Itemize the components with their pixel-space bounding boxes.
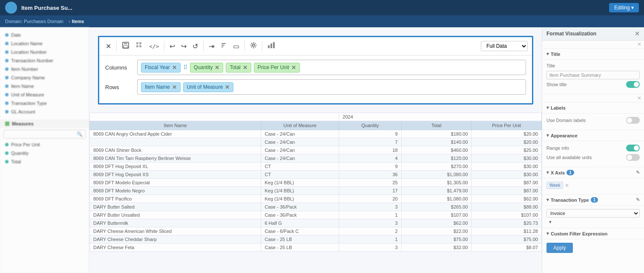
code-button[interactable]: </> (147, 41, 161, 52)
table-row: 8069 DFT Modelo EspecialKeg (1/4 BBL)25$… (90, 179, 542, 187)
transaction-type-section-header[interactable]: ▾ Transaction Type 1 ✎ (542, 195, 644, 206)
appearance-section-header[interactable]: ▾ Appearance (542, 130, 644, 141)
sort-button[interactable] (218, 40, 229, 52)
sidebar-item-gl-account[interactable]: GL Account (0, 107, 89, 116)
sidebar-item-location-name[interactable]: Location Name (0, 39, 89, 48)
sidebar-item-unit-of-measure[interactable]: Unit of Measure (0, 90, 89, 99)
table-cell: Case - 36/Pack (261, 211, 339, 219)
chip-item-name[interactable]: Item Name ✕ (141, 82, 181, 92)
table-cell: $120.00 (401, 154, 472, 163)
sidebar-item-quantity[interactable]: Quantity (0, 149, 89, 157)
settings-button[interactable] (248, 40, 259, 52)
show-title-label: Show title (546, 82, 567, 87)
labels-section-header[interactable]: ▾ Labels (542, 102, 644, 113)
svg-rect-6 (139, 45, 141, 47)
search-box[interactable]: 🔍 (3, 130, 86, 139)
sidebar-item-transaction-type[interactable]: Transaction Type (0, 99, 89, 107)
redo-button[interactable]: ↪ (179, 41, 189, 52)
week-filter-tag[interactable]: Week (546, 182, 563, 189)
chip-unit-of-measure[interactable]: Unit of Measure ✕ (183, 82, 234, 92)
table-cell: $140.00 (401, 138, 472, 146)
right-panel-close-icon[interactable]: ✕ (635, 30, 640, 37)
custom-filter-section-header[interactable]: ▾ Custom Filter Expression (542, 228, 644, 239)
table-row: 8069 CAN Angry Orchard Apple CiderCase -… (90, 130, 542, 138)
sidebar-item-transaction-number[interactable]: Transaction Number (0, 56, 89, 65)
close-button[interactable]: ✕ (104, 41, 113, 52)
edit-button[interactable]: Editing ▾ (609, 3, 639, 12)
table-cell: Case - 24/Can (261, 154, 339, 163)
undo-button[interactable]: ↩ (167, 41, 177, 52)
chip-price-per-unit[interactable]: Price Per Unit ✕ (254, 63, 300, 73)
sidebar-item-company-name[interactable]: Company Name (0, 73, 89, 82)
chip-quantity[interactable]: Quantity ✕ (190, 63, 224, 73)
week-filter-remove-icon[interactable]: ✕ (565, 183, 569, 189)
panel-x-icon-2[interactable]: ✕ (637, 95, 641, 101)
title-section-header[interactable]: ▾ Title (542, 49, 644, 60)
xaxis-edit-icon[interactable]: ✎ (636, 170, 640, 175)
export-button[interactable] (133, 40, 145, 52)
chip-close-total[interactable]: ✕ (243, 64, 247, 71)
save-button[interactable] (120, 40, 132, 52)
chip-close-item-name[interactable]: ✕ (172, 84, 177, 90)
range-info-row: Range info (546, 145, 640, 151)
chip-total[interactable]: Total ✕ (226, 63, 251, 73)
sidebar-label-location-name: Location Name (11, 41, 43, 46)
app-logo (5, 2, 17, 14)
chart-button[interactable] (265, 40, 277, 52)
range-info-toggle[interactable] (626, 145, 640, 151)
window-button[interactable]: ▭ (231, 41, 242, 52)
table-row: 8069 CAN Shiner BockCase - 24/Can18$460.… (90, 146, 542, 154)
rows-label: Rows (105, 84, 133, 90)
table-row: 8069 DFT Modelo NegroKeg (1/4 BBL)17$1,4… (90, 187, 542, 195)
sidebar-item-date[interactable]: Date (0, 31, 89, 39)
toolbar-separator-1 (116, 41, 117, 51)
sidebar-label-price-per-unit: Price Per Unit (11, 142, 40, 147)
chip-close-price-per-unit[interactable]: ✕ (291, 64, 296, 71)
breadcrumb-domain[interactable]: Domain: Purchases Domain (5, 19, 63, 24)
use-domain-labels-toggle[interactable] (626, 117, 640, 124)
sidebar-item-total[interactable]: Total (0, 157, 89, 166)
table-cell: Keg (1/4 BBL) (261, 187, 339, 195)
labels-section-label: Labels (551, 105, 566, 110)
chip-close-fiscal-year[interactable]: ✕ (172, 64, 177, 71)
transaction-type-section: Invoice ▼ (542, 206, 644, 228)
title-label-row: Title (546, 63, 640, 68)
sidebar-item-location-number[interactable]: Location Number (0, 48, 89, 56)
chip-close-quantity[interactable]: ✕ (215, 64, 219, 71)
sidebar-item-item-number[interactable]: Item Number (0, 65, 89, 73)
dot-icon (5, 160, 9, 163)
rows-row: Rows Item Name ✕ Unit of Measure ✕ (105, 79, 526, 95)
appearance-section: Range info Use all available units (542, 141, 644, 167)
data-mode-select[interactable]: Full Data Sample Data (481, 41, 528, 51)
use-available-units-label: Use all available units (546, 155, 592, 160)
expand-icon: ▾ (546, 51, 549, 57)
sidebar-label-date: Date (11, 32, 21, 38)
use-available-units-toggle[interactable] (626, 154, 640, 161)
show-title-toggle[interactable] (626, 81, 640, 88)
sidebar-item-price-per-unit[interactable]: Price Per Unit (0, 140, 89, 149)
dot-icon (5, 50, 9, 54)
sidebar-item-item-name[interactable]: Item Name (0, 82, 89, 90)
dot-icon (5, 93, 9, 96)
chip-close-unit-of-measure[interactable]: ✕ (225, 84, 230, 90)
title-input[interactable] (546, 71, 640, 79)
show-title-row: Show title (546, 81, 640, 88)
table-cell: 3 (339, 203, 401, 211)
refresh-button[interactable]: ↺ (190, 41, 200, 52)
sidebar-label-unit-of-measure: Unit of Measure (11, 92, 44, 97)
xaxis-section-header[interactable]: ▾ X Axis 1 ✎ (542, 167, 644, 178)
transaction-type-edit-icon[interactable]: ✎ (636, 197, 640, 203)
breadcrumb-items[interactable]: Items (72, 19, 84, 24)
title-field-label: Title (546, 63, 555, 68)
transaction-type-select[interactable]: Invoice (546, 209, 640, 218)
columns-fields-box[interactable]: Fiscal Year ✕ ⠿ Quantity ✕ Total ✕ (137, 60, 526, 75)
apply-button[interactable]: Apply (546, 243, 573, 253)
table-cell: $8.07 (472, 244, 542, 252)
chip-fiscal-year[interactable]: Fiscal Year ✕ (141, 63, 181, 73)
panel-x-icon[interactable]: ✕ (637, 41, 641, 47)
drag-handle-icon[interactable]: ⠿ (183, 64, 187, 71)
search-input[interactable] (4, 131, 74, 138)
move-button[interactable]: ⇥ (207, 41, 216, 52)
rows-fields-box[interactable]: Item Name ✕ Unit of Measure ✕ (137, 79, 526, 95)
svg-rect-13 (273, 42, 275, 48)
